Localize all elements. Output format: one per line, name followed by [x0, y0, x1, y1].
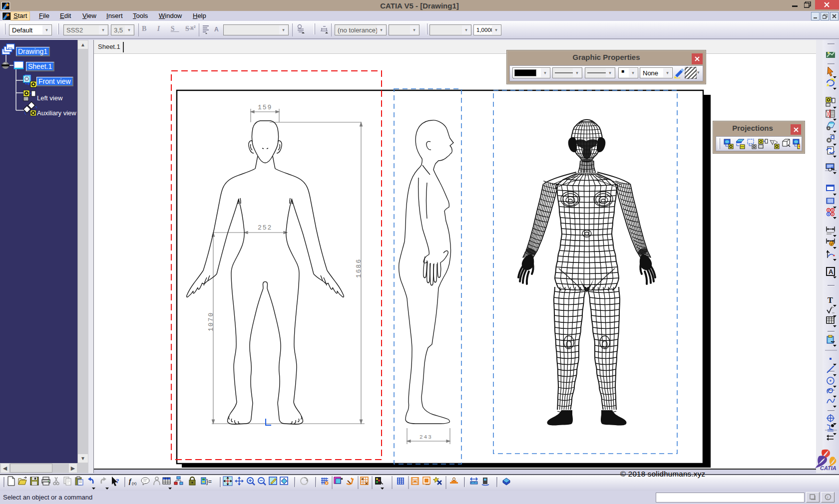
svg-text:A: A	[214, 26, 219, 33]
svg-text:T: T	[828, 296, 833, 304]
svg-text:(x): (x)	[132, 481, 137, 486]
svg-text:i: i	[827, 495, 829, 500]
svg-text:1070: 1070	[207, 312, 215, 331]
svg-text:159: 159	[258, 104, 272, 111]
svg-text:A: A	[829, 268, 834, 275]
svg-text:CATIA: CATIA	[820, 465, 837, 471]
svg-text:?: ?	[116, 477, 119, 485]
svg-text:}=: }=	[206, 478, 212, 485]
svg-text:243: 243	[420, 434, 432, 440]
svg-text:252: 252	[258, 224, 272, 232]
svg-text:1686: 1686	[355, 258, 363, 278]
